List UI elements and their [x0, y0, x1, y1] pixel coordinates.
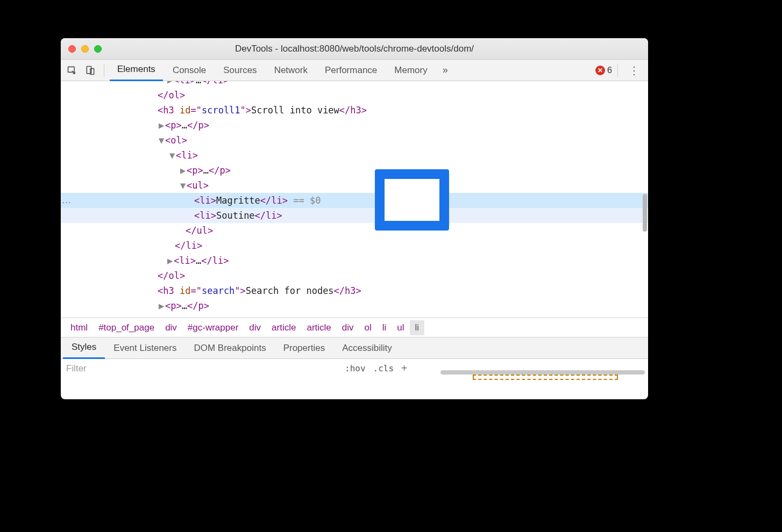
breadcrumb-item[interactable]: div	[160, 320, 182, 335]
highlight-overlay-box	[375, 169, 449, 231]
dom-node-row[interactable]: ▶<p>…</p>	[61, 298, 648, 313]
dom-node-row[interactable]: ▼<li>	[61, 148, 648, 163]
tab-network[interactable]: Network	[267, 60, 315, 81]
settings-menu-icon[interactable]: ⋮	[623, 64, 645, 77]
vertical-scrollbar[interactable]	[643, 194, 647, 232]
subtab-styles[interactable]: Styles	[63, 337, 105, 359]
hov-toggle[interactable]: :hov	[345, 363, 366, 373]
dom-node-row[interactable]: ▶<li>…</li>	[61, 253, 648, 268]
tab-memory[interactable]: Memory	[387, 60, 435, 81]
breadcrumb-item[interactable]: #gc-wrapper	[182, 320, 244, 335]
box-model-margin-outline	[473, 375, 618, 380]
inspect-element-icon[interactable]	[64, 62, 80, 78]
horizontal-scrollbar[interactable]	[440, 370, 645, 375]
styles-content-area	[61, 378, 648, 389]
dom-node-row[interactable]: <h3 id="scroll1">Scroll into view</h3>	[61, 103, 648, 118]
devtools-window: DevTools - localhost:8080/web/tools/chro…	[61, 38, 648, 399]
tab-console[interactable]: Console	[165, 60, 214, 81]
dom-node-row[interactable]: <h3 id="search">Search for nodes</h3>	[61, 283, 648, 298]
breadcrumb-item[interactable]: ul	[392, 320, 409, 335]
new-style-rule-icon[interactable]: +	[401, 362, 407, 375]
dom-node-row-selected[interactable]: <li>Magritte</li> == $0	[61, 193, 648, 208]
dom-node-row[interactable]: ▼<ul>	[61, 178, 648, 193]
dom-node-row[interactable]: ▶<li>…</li>	[61, 81, 648, 88]
subtab-properties[interactable]: Properties	[275, 337, 333, 359]
subtab-event-listeners[interactable]: Event Listeners	[105, 337, 185, 359]
dom-breadcrumb: html#top_of_pagediv#gc-wrapperdivarticle…	[61, 318, 648, 337]
breadcrumb-item[interactable]: html	[65, 320, 93, 335]
breadcrumb-item[interactable]: li	[410, 320, 425, 335]
dom-node-row[interactable]: ▶<p>…</p>	[61, 163, 648, 178]
dom-node-row[interactable]: </ul>	[61, 223, 648, 238]
window-title: DevTools - localhost:8080/web/tools/chro…	[61, 44, 648, 54]
breadcrumb-item[interactable]: li	[377, 320, 392, 335]
tab-elements[interactable]: Elements	[110, 60, 163, 81]
dom-node-row[interactable]: </ol>	[61, 268, 648, 283]
dom-node-row[interactable]: <li>Soutine</li>	[61, 208, 648, 223]
tab-sources[interactable]: Sources	[216, 60, 264, 81]
error-count: 6	[607, 66, 612, 75]
svg-rect-0	[68, 67, 75, 72]
main-toolbar: Elements Console Sources Network Perform…	[61, 60, 648, 81]
breadcrumb-item[interactable]: article	[266, 320, 301, 335]
breadcrumb-item[interactable]: div	[244, 320, 266, 335]
error-counter[interactable]: ✕ 6	[595, 66, 612, 75]
styles-filter-input[interactable]	[61, 359, 339, 378]
separator	[617, 64, 618, 77]
dom-node-row[interactable]: ▼<ol>	[61, 133, 648, 148]
breadcrumb-item[interactable]: ol	[359, 320, 377, 335]
cls-toggle[interactable]: .cls	[373, 363, 394, 373]
subtab-dom-breakpoints[interactable]: DOM Breakpoints	[185, 337, 274, 359]
dom-tree-panel[interactable]: ▶<li>…</li></ol><h3 id="scroll1">Scroll …	[61, 81, 648, 318]
device-toggle-icon[interactable]	[82, 62, 98, 78]
dom-node-row[interactable]: </li>	[61, 238, 648, 253]
styles-sub-tabs: Styles Event Listeners DOM Breakpoints P…	[61, 337, 648, 358]
window-titlebar: DevTools - localhost:8080/web/tools/chro…	[61, 38, 648, 60]
separator	[104, 64, 104, 77]
tab-performance[interactable]: Performance	[317, 60, 385, 81]
breadcrumb-item[interactable]: #top_of_page	[93, 320, 160, 335]
subtab-accessibility[interactable]: Accessibility	[333, 337, 401, 359]
breadcrumb-item[interactable]: div	[337, 320, 359, 335]
error-icon: ✕	[595, 66, 605, 75]
more-tabs-chevron-icon[interactable]: »	[437, 64, 453, 76]
dom-node-row[interactable]: </ol>	[61, 88, 648, 103]
breadcrumb-item[interactable]: article	[301, 320, 336, 335]
dom-node-row[interactable]: ▶<p>…</p>	[61, 118, 648, 133]
